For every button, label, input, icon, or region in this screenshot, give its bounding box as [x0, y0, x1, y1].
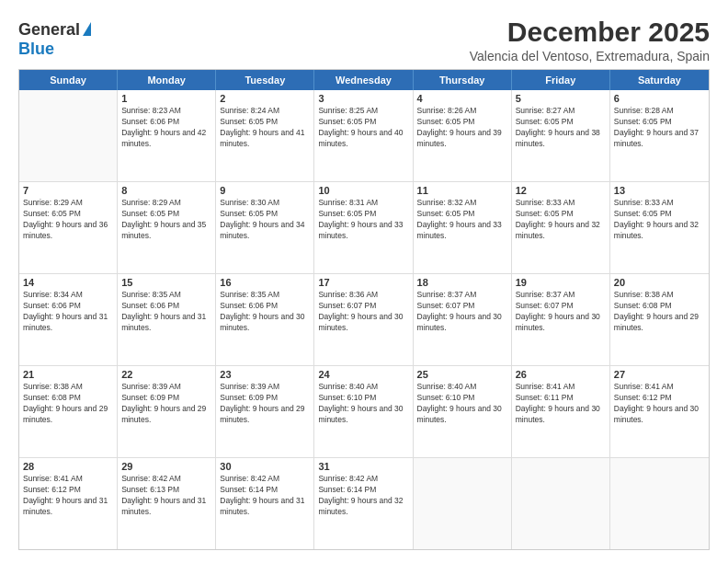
cell-date-number: 30	[220, 461, 310, 472]
calendar-cell: 24Sunrise: 8:40 AM Sunset: 6:10 PM Dayli…	[314, 366, 413, 457]
calendar-cell: 31Sunrise: 8:42 AM Sunset: 6:14 PM Dayli…	[314, 458, 413, 549]
logo-blue: Blue	[18, 40, 54, 59]
cell-info: Sunrise: 8:34 AM Sunset: 6:06 PM Dayligh…	[23, 290, 113, 334]
calendar-cell: 11Sunrise: 8:32 AM Sunset: 6:05 PM Dayli…	[414, 182, 512, 273]
calendar-cell: 28Sunrise: 8:41 AM Sunset: 6:12 PM Dayli…	[19, 458, 118, 549]
cell-date-number: 11	[417, 185, 507, 196]
header-day: Thursday	[414, 70, 512, 90]
cell-info: Sunrise: 8:33 AM Sunset: 6:05 PM Dayligh…	[516, 198, 606, 242]
cell-info: Sunrise: 8:28 AM Sunset: 6:05 PM Dayligh…	[614, 106, 705, 150]
cell-date-number: 22	[121, 369, 211, 380]
header-day: Tuesday	[216, 70, 314, 90]
cell-info: Sunrise: 8:24 AM Sunset: 6:05 PM Dayligh…	[220, 106, 310, 150]
calendar-cell	[610, 458, 709, 549]
calendar: SundayMondayTuesdayWednesdayThursdayFrid…	[18, 69, 710, 550]
calendar-row: 14Sunrise: 8:34 AM Sunset: 6:06 PM Dayli…	[19, 274, 709, 366]
cell-date-number: 9	[220, 185, 310, 196]
calendar-cell: 9Sunrise: 8:30 AM Sunset: 6:05 PM Daylig…	[216, 182, 314, 273]
header-day: Saturday	[610, 70, 709, 90]
calendar-cell: 21Sunrise: 8:38 AM Sunset: 6:08 PM Dayli…	[19, 366, 118, 457]
cell-date-number: 5	[516, 93, 606, 104]
cell-info: Sunrise: 8:35 AM Sunset: 6:06 PM Dayligh…	[121, 290, 211, 334]
cell-info: Sunrise: 8:40 AM Sunset: 6:10 PM Dayligh…	[417, 382, 507, 426]
cell-info: Sunrise: 8:27 AM Sunset: 6:05 PM Dayligh…	[516, 106, 606, 150]
cell-info: Sunrise: 8:41 AM Sunset: 6:11 PM Dayligh…	[516, 382, 606, 426]
calendar-cell: 12Sunrise: 8:33 AM Sunset: 6:05 PM Dayli…	[512, 182, 610, 273]
calendar-cell	[512, 458, 610, 549]
calendar-header: SundayMondayTuesdayWednesdayThursdayFrid…	[19, 70, 709, 90]
cell-date-number: 17	[318, 277, 408, 288]
cell-date-number: 14	[23, 277, 113, 288]
title-area: December 2025 Valencia del Ventoso, Extr…	[470, 17, 710, 63]
calendar-cell: 26Sunrise: 8:41 AM Sunset: 6:11 PM Dayli…	[512, 366, 610, 457]
cell-date-number: 26	[516, 369, 606, 380]
logo: General Blue	[18, 20, 91, 59]
calendar-row: 21Sunrise: 8:38 AM Sunset: 6:08 PM Dayli…	[19, 366, 709, 458]
cell-info: Sunrise: 8:42 AM Sunset: 6:14 PM Dayligh…	[220, 474, 310, 518]
cell-date-number: 7	[23, 185, 113, 196]
cell-date-number: 27	[614, 369, 705, 380]
cell-info: Sunrise: 8:40 AM Sunset: 6:10 PM Dayligh…	[318, 382, 408, 426]
cell-date-number: 21	[23, 369, 113, 380]
header-day: Sunday	[19, 70, 118, 90]
cell-info: Sunrise: 8:38 AM Sunset: 6:08 PM Dayligh…	[614, 290, 705, 334]
calendar-cell: 14Sunrise: 8:34 AM Sunset: 6:06 PM Dayli…	[19, 274, 118, 365]
calendar-cell: 17Sunrise: 8:36 AM Sunset: 6:07 PM Dayli…	[314, 274, 413, 365]
calendar-cell: 25Sunrise: 8:40 AM Sunset: 6:10 PM Dayli…	[414, 366, 512, 457]
cell-info: Sunrise: 8:29 AM Sunset: 6:05 PM Dayligh…	[23, 198, 113, 242]
cell-date-number: 3	[318, 93, 408, 104]
cell-date-number: 19	[516, 277, 606, 288]
calendar-cell: 22Sunrise: 8:39 AM Sunset: 6:09 PM Dayli…	[118, 366, 216, 457]
cell-info: Sunrise: 8:39 AM Sunset: 6:09 PM Dayligh…	[121, 382, 211, 426]
header-day: Monday	[118, 70, 216, 90]
sub-title: Valencia del Ventoso, Extremadura, Spain	[470, 49, 710, 63]
page: General Blue December 2025 Valencia del …	[0, 0, 728, 563]
cell-date-number: 15	[121, 277, 211, 288]
logo-triangle-icon	[83, 22, 91, 36]
calendar-cell	[414, 458, 512, 549]
calendar-cell	[19, 90, 118, 181]
cell-date-number: 4	[417, 93, 507, 104]
cell-info: Sunrise: 8:41 AM Sunset: 6:12 PM Dayligh…	[614, 382, 705, 426]
calendar-cell: 23Sunrise: 8:39 AM Sunset: 6:09 PM Dayli…	[216, 366, 314, 457]
cell-date-number: 20	[614, 277, 705, 288]
cell-date-number: 25	[417, 369, 507, 380]
cell-info: Sunrise: 8:36 AM Sunset: 6:07 PM Dayligh…	[318, 290, 408, 334]
cell-info: Sunrise: 8:29 AM Sunset: 6:05 PM Dayligh…	[121, 198, 211, 242]
cell-date-number: 12	[516, 185, 606, 196]
cell-date-number: 2	[220, 93, 310, 104]
cell-info: Sunrise: 8:33 AM Sunset: 6:05 PM Dayligh…	[614, 198, 705, 242]
cell-info: Sunrise: 8:39 AM Sunset: 6:09 PM Dayligh…	[220, 382, 310, 426]
calendar-cell: 19Sunrise: 8:37 AM Sunset: 6:07 PM Dayli…	[512, 274, 610, 365]
cell-date-number: 28	[23, 461, 113, 472]
cell-info: Sunrise: 8:32 AM Sunset: 6:05 PM Dayligh…	[417, 198, 507, 242]
cell-info: Sunrise: 8:38 AM Sunset: 6:08 PM Dayligh…	[23, 382, 113, 426]
calendar-cell: 2Sunrise: 8:24 AM Sunset: 6:05 PM Daylig…	[216, 90, 314, 181]
cell-info: Sunrise: 8:23 AM Sunset: 6:06 PM Dayligh…	[121, 106, 211, 150]
header-day: Friday	[512, 70, 610, 90]
cell-date-number: 31	[318, 461, 408, 472]
calendar-cell: 18Sunrise: 8:37 AM Sunset: 6:07 PM Dayli…	[414, 274, 512, 365]
cell-date-number: 10	[318, 185, 408, 196]
cell-date-number: 6	[614, 93, 705, 104]
cell-info: Sunrise: 8:42 AM Sunset: 6:14 PM Dayligh…	[318, 474, 408, 518]
calendar-cell: 4Sunrise: 8:26 AM Sunset: 6:05 PM Daylig…	[414, 90, 512, 181]
calendar-cell: 20Sunrise: 8:38 AM Sunset: 6:08 PM Dayli…	[610, 274, 709, 365]
cell-info: Sunrise: 8:37 AM Sunset: 6:07 PM Dayligh…	[516, 290, 606, 334]
calendar-cell: 13Sunrise: 8:33 AM Sunset: 6:05 PM Dayli…	[610, 182, 709, 273]
header-day: Wednesday	[314, 70, 413, 90]
cell-date-number: 1	[121, 93, 211, 104]
calendar-body: 1Sunrise: 8:23 AM Sunset: 6:06 PM Daylig…	[19, 90, 709, 549]
cell-info: Sunrise: 8:42 AM Sunset: 6:13 PM Dayligh…	[121, 474, 211, 518]
calendar-cell: 30Sunrise: 8:42 AM Sunset: 6:14 PM Dayli…	[216, 458, 314, 549]
calendar-row: 28Sunrise: 8:41 AM Sunset: 6:12 PM Dayli…	[19, 458, 709, 549]
cell-info: Sunrise: 8:30 AM Sunset: 6:05 PM Dayligh…	[220, 198, 310, 242]
calendar-cell: 1Sunrise: 8:23 AM Sunset: 6:06 PM Daylig…	[118, 90, 216, 181]
calendar-cell: 29Sunrise: 8:42 AM Sunset: 6:13 PM Dayli…	[118, 458, 216, 549]
cell-date-number: 23	[220, 369, 310, 380]
cell-date-number: 18	[417, 277, 507, 288]
cell-info: Sunrise: 8:41 AM Sunset: 6:12 PM Dayligh…	[23, 474, 113, 518]
calendar-row: 7Sunrise: 8:29 AM Sunset: 6:05 PM Daylig…	[19, 182, 709, 274]
calendar-cell: 10Sunrise: 8:31 AM Sunset: 6:05 PM Dayli…	[314, 182, 413, 273]
cell-info: Sunrise: 8:25 AM Sunset: 6:05 PM Dayligh…	[318, 106, 408, 150]
